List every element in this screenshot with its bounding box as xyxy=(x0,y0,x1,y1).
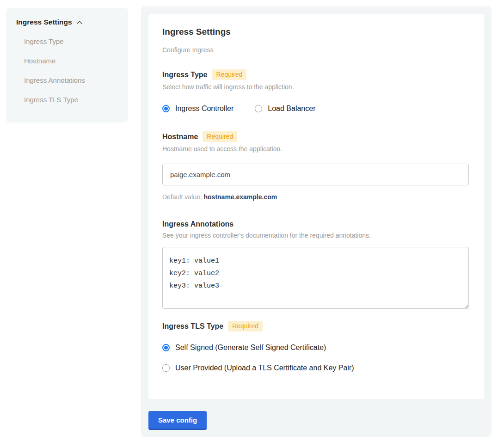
ingress-type-heading: Ingress Type xyxy=(162,71,208,79)
annotations-textarea[interactable]: key1: value1 key2: value2 key3: value3 xyxy=(162,247,469,309)
config-nav-sidebar: Ingress Settings Ingress Type Hostname I… xyxy=(6,8,128,123)
hostname-input[interactable] xyxy=(162,164,469,185)
default-value-text: hostname.example.com xyxy=(204,193,277,201)
page-subtitle: Configure Ingress xyxy=(162,46,470,54)
hostname-description: Hostname used to access the application. xyxy=(162,145,470,153)
sidebar-item-hostname[interactable]: Hostname xyxy=(24,57,119,65)
required-badge: Required xyxy=(203,131,237,142)
ingress-type-description: Select how traffic will ingress to the a… xyxy=(162,83,470,91)
sidebar-item-list: Ingress Type Hostname Ingress Annotation… xyxy=(24,37,119,104)
radio-ingress-controller[interactable]: Ingress Controller xyxy=(162,104,234,113)
section-ingress-tls-type: Ingress TLS Type Required Self Signed (G… xyxy=(162,321,470,372)
required-badge: Required xyxy=(228,321,263,331)
sidebar-item-ingress-annotations[interactable]: Ingress Annotations xyxy=(24,76,119,84)
radio-user-provided[interactable]: User Provided (Upload a TLS Certificate … xyxy=(162,364,470,372)
save-config-button[interactable]: Save config xyxy=(148,411,207,430)
annotations-heading: Ingress Annotations xyxy=(162,220,234,228)
ingress-type-radio-group: Ingress Controller Load Balancer xyxy=(162,104,470,113)
annotations-description: See your ingress controller's documentat… xyxy=(162,232,470,239)
tls-type-radio-group: Self Signed (Generate Self Signed Certif… xyxy=(162,344,470,372)
sidebar-group-ingress-settings[interactable]: Ingress Settings xyxy=(16,18,119,26)
default-value-prefix: Default value: xyxy=(162,193,204,201)
tls-type-heading: Ingress TLS Type xyxy=(162,322,223,331)
hostname-heading: Hostname xyxy=(162,133,198,141)
config-panel: Ingress Settings Configure Ingress Ingre… xyxy=(141,6,492,437)
chevron-up-icon xyxy=(76,19,83,26)
config-card: Ingress Settings Configure Ingress Ingre… xyxy=(148,14,484,399)
section-hostname: Hostname Required Hostname used to acces… xyxy=(162,131,470,201)
radio-selected-icon xyxy=(162,344,170,351)
radio-load-balancer[interactable]: Load Balancer xyxy=(255,104,315,113)
hostname-default-line: Default value: hostname.example.com xyxy=(162,193,470,201)
page-title: Ingress Settings xyxy=(162,27,470,37)
section-ingress-annotations: Ingress Annotations See your ingress con… xyxy=(162,220,470,309)
radio-unselected-icon xyxy=(162,364,170,372)
radio-selected-icon xyxy=(162,105,170,112)
sidebar-item-ingress-type[interactable]: Ingress Type xyxy=(24,37,119,45)
required-badge: Required xyxy=(212,69,247,80)
sidebar-item-ingress-tls-type[interactable]: Ingress TLS Type xyxy=(24,96,119,104)
radio-unselected-icon xyxy=(255,105,262,112)
section-ingress-type: Ingress Type Required Select how traffic… xyxy=(162,69,470,113)
sidebar-group-label: Ingress Settings xyxy=(16,18,72,26)
radio-self-signed[interactable]: Self Signed (Generate Self Signed Certif… xyxy=(162,344,470,352)
